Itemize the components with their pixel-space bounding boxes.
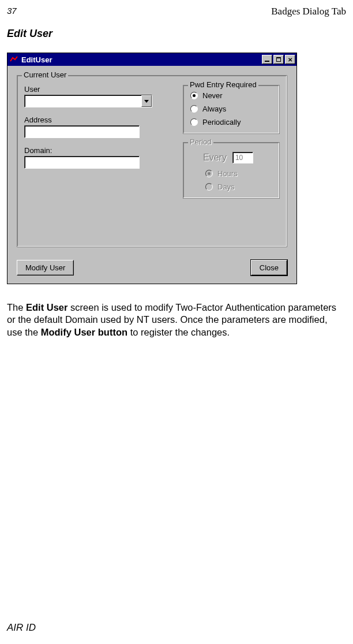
domain-input[interactable] [25, 157, 139, 168]
radio-hours-indicator [205, 170, 213, 177]
minimize-button[interactable] [262, 55, 272, 64]
address-input[interactable] [25, 126, 139, 137]
user-label: User [24, 85, 170, 94]
window-body: Current User User Address [7, 66, 296, 284]
body-text-1a: The [7, 302, 26, 312]
radio-days-indicator [205, 183, 213, 191]
body-text-bold-1: Edit User [26, 302, 67, 312]
window-controls: ✕ [262, 55, 295, 64]
radio-periodically-indicator [190, 118, 198, 126]
close-icon: ✕ [288, 57, 292, 63]
radio-never-label: Never [202, 91, 223, 100]
minimize-icon [265, 61, 269, 62]
page-footer: AIR ID [7, 622, 36, 634]
edit-user-window: EditUser ✕ Current User User [7, 53, 296, 284]
maximize-button[interactable] [273, 55, 284, 64]
page-number: 37 [7, 6, 17, 17]
radio-periodically-label: Periodically [202, 118, 241, 126]
address-field[interactable] [24, 125, 140, 138]
chevron-down-icon [144, 100, 149, 103]
app-icon [10, 55, 18, 64]
radio-always[interactable]: Always [190, 105, 272, 113]
maximize-icon [276, 57, 281, 62]
body-paragraph: The Edit User screen is used to modify T… [7, 301, 341, 338]
user-dropdown-button[interactable] [141, 95, 152, 107]
pwd-entry-legend: Pwd Entry Required [188, 80, 258, 89]
period-legend: Period [188, 137, 213, 146]
radio-never-indicator [190, 92, 198, 99]
radio-days: Days [205, 183, 272, 191]
period-fieldset: Period Every 10 Hours [183, 142, 280, 199]
close-window-button[interactable]: ✕ [285, 55, 295, 64]
every-input: 10 [232, 152, 253, 163]
title-bar[interactable]: EditUser ✕ [7, 53, 296, 66]
radio-never[interactable]: Never [190, 91, 272, 100]
radio-always-indicator [190, 105, 198, 113]
address-label: Address [24, 116, 170, 124]
close-button[interactable]: Close [251, 260, 287, 276]
body-text-bold-2: Modify User button [41, 327, 127, 337]
body-text-1e: to register the changes. [127, 327, 230, 337]
radio-hours-label: Hours [217, 169, 238, 178]
radio-days-label: Days [217, 183, 235, 191]
page-header: 37 Badges Dialog Tab [7, 6, 346, 17]
window-title: EditUser [21, 55, 52, 64]
dialog-screenshot: EditUser ✕ Current User User [7, 53, 297, 284]
titlebar-left: EditUser [10, 55, 52, 64]
user-input[interactable] [25, 95, 141, 107]
current-user-right: Pwd Entry Required Never Always [183, 85, 280, 199]
user-combo[interactable] [24, 95, 152, 107]
every-label: Every [203, 152, 227, 163]
domain-label: Domain: [24, 146, 170, 155]
current-user-legend: Current User [22, 70, 68, 79]
domain-field[interactable] [24, 156, 140, 169]
current-user-left: User Address [24, 85, 170, 199]
radio-periodically[interactable]: Periodically [190, 118, 272, 126]
radio-hours: Hours [205, 169, 272, 178]
current-user-fieldset: Current User User Address [17, 75, 287, 247]
button-row: Modify User Close [17, 260, 287, 276]
section-title: Edit User [7, 28, 346, 40]
header-title: Badges Dialog Tab [271, 6, 346, 17]
radio-always-label: Always [202, 105, 226, 113]
modify-user-button[interactable]: Modify User [17, 260, 74, 276]
pwd-entry-fieldset: Pwd Entry Required Never Always [183, 85, 280, 134]
